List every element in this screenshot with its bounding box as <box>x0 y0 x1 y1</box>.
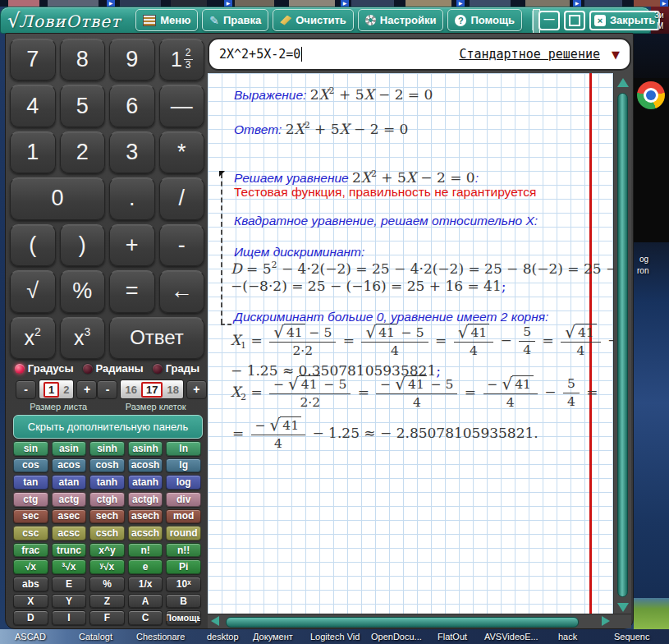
cell-size-increase-button[interactable]: + <box>186 380 207 399</box>
chevron-down-icon[interactable]: ▼ <box>612 48 620 61</box>
fn-asin[interactable]: asin <box>52 441 87 456</box>
fn-x^y[interactable]: x^y <box>89 543 125 558</box>
fn-lg[interactable]: lg <box>166 458 201 473</box>
fn-cos[interactable]: cos <box>13 458 48 473</box>
key-x3[interactable]: x3 <box>60 317 106 359</box>
radio-selected-icon[interactable] <box>15 364 25 374</box>
fn-%[interactable]: % <box>89 577 125 591</box>
fn-³√x[interactable]: ³√x <box>52 559 87 574</box>
fn-asech[interactable]: asech <box>128 509 163 524</box>
fn-Pi[interactable]: Pi <box>166 559 201 574</box>
fn-abs[interactable]: abs <box>13 577 48 591</box>
cell-size-value[interactable]: 16 <box>125 384 136 396</box>
fn-acos[interactable]: acos <box>52 458 87 473</box>
fn-frac[interactable]: frac <box>13 543 48 558</box>
fn-mod[interactable]: mod <box>166 509 201 524</box>
fn-Y[interactable]: Y <box>52 594 87 609</box>
fn-cosh[interactable]: cosh <box>89 458 125 473</box>
fn-atanh[interactable]: atanh <box>128 475 163 490</box>
key-6[interactable]: 6 <box>109 85 155 126</box>
expression-input[interactable]: 2X^2+5X-2=0 <box>219 47 300 62</box>
key-/[interactable]: / <box>159 177 205 219</box>
key-—[interactable]: — <box>159 85 205 126</box>
menu-button-help[interactable]: ?Помощь <box>447 9 521 31</box>
angle-mode-Радианы[interactable]: Радианы <box>83 362 144 375</box>
fn-acosh[interactable]: acosh <box>128 458 163 473</box>
solution-mode-dropdown[interactable]: Стандартное решение <box>459 47 600 62</box>
scroll-left-arrow-icon[interactable] <box>211 616 219 626</box>
fn-E[interactable]: E <box>52 577 87 591</box>
fn-acsch[interactable]: acsch <box>128 526 163 540</box>
fn-ctgh[interactable]: ctgh <box>89 492 125 507</box>
fn-F[interactable]: F <box>89 610 125 625</box>
fn-div[interactable]: div <box>166 492 201 507</box>
scroll-down-arrow-icon[interactable] <box>617 603 629 612</box>
fn-ctg[interactable]: ctg <box>13 492 48 507</box>
fn-tanh[interactable]: tanh <box>89 475 125 490</box>
key-5[interactable]: 5 <box>60 85 106 126</box>
key-←[interactable]: ← <box>159 270 205 312</box>
cell-size-decrease-button[interactable]: - <box>97 380 117 399</box>
key-mixed-fraction[interactable]: 123 <box>159 39 205 80</box>
fn-ln[interactable]: ln <box>166 441 201 456</box>
fn-csch[interactable]: csch <box>89 526 125 540</box>
key-)[interactable]: ) <box>60 224 106 266</box>
fn-I[interactable]: I <box>52 610 87 625</box>
sheet-size-value[interactable]: 2 <box>63 384 69 396</box>
angle-mode-Грады[interactable]: Грады <box>153 362 199 375</box>
key-Ответ[interactable]: Ответ <box>109 317 204 359</box>
close-button[interactable]: × Закрыть <box>589 11 660 30</box>
key-√[interactable]: √ <box>10 270 56 312</box>
fn-ʸ√x[interactable]: ʸ√x <box>89 559 125 574</box>
key-3[interactable]: 3 <box>109 131 155 173</box>
sheet-size-value-selected[interactable]: 1 <box>44 382 59 398</box>
menu-button-pencil[interactable]: ✎Правка <box>202 9 268 31</box>
key-4[interactable]: 4 <box>10 85 56 126</box>
radio-icon[interactable] <box>83 364 93 374</box>
key-=[interactable]: = <box>109 270 155 312</box>
fn-D[interactable]: D <box>13 610 48 625</box>
angle-mode-Градусы[interactable]: Градусы <box>15 362 74 375</box>
fn-Помощь[interactable]: Помощь <box>166 610 201 625</box>
sheet-size-decrease-button[interactable]: - <box>16 380 36 399</box>
menu-button-brush[interactable]: Очистить <box>273 9 354 31</box>
fn-atan[interactable]: atan <box>52 475 87 490</box>
key-.[interactable]: . <box>109 177 155 219</box>
key-0[interactable]: 0 <box>10 177 105 219</box>
key-2[interactable]: 2 <box>60 131 106 173</box>
menu-button-menu[interactable]: Меню <box>135 9 198 31</box>
scroll-up-arrow-icon[interactable] <box>617 78 629 87</box>
cell-size-value-selected[interactable]: 17 <box>141 382 163 398</box>
fn-sinh[interactable]: sinh <box>89 441 125 456</box>
fn-sin[interactable]: sin <box>13 441 48 456</box>
fn-actg[interactable]: actg <box>52 492 87 507</box>
fn-sec[interactable]: sec <box>13 509 48 524</box>
fn-n![interactable]: n! <box>128 543 163 558</box>
fn-1/x[interactable]: 1/x <box>128 577 163 591</box>
key-+[interactable]: + <box>109 224 155 266</box>
horizontal-scrollbar-thumb[interactable] <box>226 617 579 628</box>
key--[interactable]: - <box>159 224 205 266</box>
vertical-scrollbar-thumb[interactable] <box>617 93 628 597</box>
fn-acsc[interactable]: acsc <box>52 526 87 540</box>
fn-tan[interactable]: tan <box>13 475 48 490</box>
fn-C[interactable]: C <box>128 610 163 625</box>
radio-icon[interactable] <box>153 364 163 374</box>
fn-asinh[interactable]: asinh <box>128 441 163 456</box>
fn-√x[interactable]: √x <box>13 559 48 574</box>
fn-asec[interactable]: asec <box>52 509 87 524</box>
key-*[interactable]: * <box>159 131 205 173</box>
key-9[interactable]: 9 <box>109 39 155 80</box>
maximize-button[interactable] <box>564 11 585 30</box>
key-1[interactable]: 1 <box>10 131 56 173</box>
fn-A[interactable]: A <box>128 594 163 609</box>
hue-slider[interactable] <box>532 11 534 30</box>
fn-X[interactable]: X <box>13 594 48 609</box>
minimize-button[interactable]: — <box>538 11 560 30</box>
fn-10ˣ[interactable]: 10ˣ <box>166 577 201 591</box>
key-%[interactable]: % <box>60 270 106 312</box>
fn-sech[interactable]: sech <box>89 509 125 524</box>
menu-button-gear[interactable]: Настройки <box>358 9 444 31</box>
horizontal-scrollbar[interactable] <box>208 614 631 628</box>
cell-size-value[interactable]: 18 <box>167 384 178 396</box>
